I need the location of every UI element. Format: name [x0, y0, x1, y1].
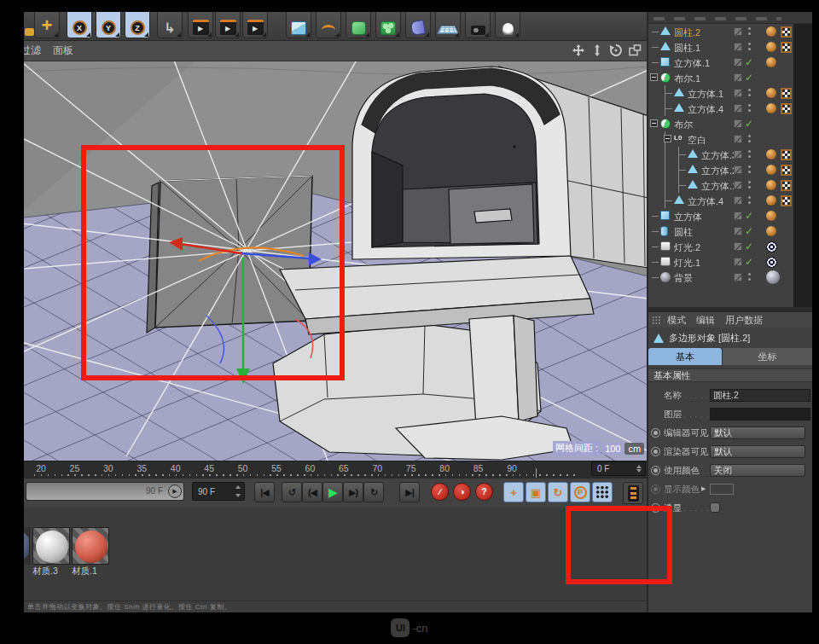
- visibility-toggle-icon[interactable]: [734, 58, 742, 67]
- visibility-toggle-icon[interactable]: [734, 135, 742, 143]
- expand-toggle-icon[interactable]: [650, 73, 658, 81]
- scale-tool-partial-icon[interactable]: [24, 12, 34, 38]
- object-name[interactable]: 灯光.1: [674, 257, 700, 270]
- viewport-menu-filter[interactable]: 过滤: [24, 44, 41, 58]
- visibility-toggle-icon[interactable]: [734, 89, 742, 97]
- tab-basic[interactable]: 基本: [648, 348, 722, 365]
- play-forward-button[interactable]: ▶: [322, 482, 343, 502]
- name-input[interactable]: 圆柱.2: [710, 389, 810, 402]
- attr-menu-userdata[interactable]: 用户数据: [725, 314, 763, 327]
- object-row[interactable]: 立方体.1: [648, 177, 812, 193]
- attr-menu-edit[interactable]: 编辑: [696, 314, 715, 327]
- zoom-view-icon[interactable]: [590, 44, 604, 57]
- visibility-dots-icon[interactable]: [748, 104, 751, 107]
- visibility-toggle-icon[interactable]: [734, 273, 742, 281]
- visibility-toggle-icon[interactable]: [734, 43, 742, 51]
- material-tag-icon[interactable]: [766, 180, 776, 190]
- uv-tag-icon[interactable]: [781, 149, 792, 160]
- visibility-dots-icon[interactable]: [748, 43, 751, 45]
- object-name[interactable]: 立方体: [674, 211, 702, 223]
- xray-checkbox[interactable]: [710, 502, 720, 513]
- camera-button[interactable]: [465, 12, 491, 38]
- pan-view-icon[interactable]: [572, 44, 585, 57]
- enabled-check-icon[interactable]: ✓: [745, 56, 753, 68]
- target-tag-icon[interactable]: [766, 241, 777, 252]
- object-name[interactable]: 立方体.4: [688, 103, 723, 116]
- visibility-dots-icon[interactable]: [748, 89, 751, 91]
- use-color-dropdown[interactable]: 关闭: [710, 464, 805, 477]
- enabled-check-icon[interactable]: ✓: [745, 118, 753, 130]
- target-tag-icon[interactable]: [766, 257, 777, 268]
- key-rotation-button[interactable]: ↻: [548, 482, 568, 502]
- object-row[interactable]: 圆柱✓: [648, 223, 812, 239]
- radio-icon[interactable]: [651, 484, 660, 494]
- render-view-button[interactable]: [188, 12, 213, 38]
- visibility-dots-icon[interactable]: [748, 150, 751, 153]
- object-row[interactable]: 灯光.1✓: [648, 254, 812, 270]
- uv-tag-icon[interactable]: [781, 103, 792, 114]
- visibility-toggle-icon[interactable]: [734, 73, 742, 82]
- visibility-toggle-icon[interactable]: [734, 242, 742, 251]
- object-name[interactable]: 立方体.1: [701, 180, 737, 193]
- material-tag-icon[interactable]: [766, 195, 776, 206]
- render-picture-viewer-button[interactable]: [215, 12, 241, 38]
- object-row[interactable]: 圆柱.2: [648, 24, 812, 39]
- end-frame-field[interactable]: 0 F: [591, 461, 646, 476]
- play-loop-button[interactable]: ↺: [282, 482, 302, 502]
- material-tag-icon[interactable]: [766, 165, 776, 175]
- object-row[interactable]: L0空白: [648, 131, 812, 147]
- shader-ball-tag-icon[interactable]: [766, 270, 780, 284]
- visibility-toggle-icon[interactable]: [734, 27, 742, 36]
- expand-arrow-icon[interactable]: ▶: [701, 485, 706, 492]
- enabled-check-icon[interactable]: ✓: [745, 225, 753, 237]
- toggle-view-icon[interactable]: [628, 44, 642, 57]
- previous-key-button[interactable]: (◀: [302, 482, 322, 502]
- enabled-check-icon[interactable]: ✓: [745, 210, 753, 222]
- object-name[interactable]: 布尔.1: [674, 73, 700, 85]
- visibility-toggle-icon[interactable]: [734, 196, 742, 205]
- material-item[interactable]: 材质.1: [72, 527, 109, 577]
- uv-tag-icon[interactable]: [781, 42, 792, 53]
- range-knob-icon[interactable]: ▶: [168, 484, 182, 498]
- move-tool-icon[interactable]: +: [34, 12, 60, 38]
- goto-first-frame-button[interactable]: |◀: [254, 482, 275, 502]
- primitive-cube-button[interactable]: [286, 12, 311, 38]
- material-tag-icon[interactable]: [766, 211, 776, 221]
- object-row[interactable]: 立方体.4: [648, 193, 812, 208]
- key-scale-button[interactable]: ▣: [526, 482, 546, 502]
- visibility-toggle-icon[interactable]: [734, 150, 742, 159]
- layer-input[interactable]: [710, 408, 810, 421]
- spline-pen-button[interactable]: [316, 12, 341, 38]
- material-tag-icon[interactable]: [766, 88, 776, 98]
- material-tag-icon[interactable]: [766, 42, 776, 52]
- visibility-toggle-icon[interactable]: [734, 258, 742, 266]
- object-name[interactable]: 立方体.2: [701, 165, 737, 177]
- minimal-timeline-button[interactable]: [623, 482, 643, 504]
- subdivision-surface-button[interactable]: [346, 12, 371, 38]
- object-name[interactable]: 布尔: [674, 119, 693, 131]
- next-key-button[interactable]: ▶): [343, 482, 363, 502]
- enabled-check-icon[interactable]: ✓: [745, 256, 753, 268]
- visibility-toggle-icon[interactable]: [734, 227, 742, 235]
- record-keyframe-button[interactable]: ∕: [431, 483, 449, 501]
- coordinate-system-button[interactable]: ↳: [157, 12, 183, 38]
- object-row[interactable]: 灯光.2✓: [648, 239, 812, 254]
- material-tag-icon[interactable]: [766, 57, 776, 67]
- frame-range-slider[interactable]: 90 F ▶: [26, 482, 184, 501]
- array-button[interactable]: [375, 12, 401, 38]
- visibility-dots-icon[interactable]: [748, 181, 751, 183]
- visibility-toggle-icon[interactable]: [734, 165, 742, 174]
- y-axis-lock-button[interactable]: Y: [96, 12, 121, 38]
- object-row[interactable]: 圆柱.1: [648, 39, 812, 55]
- autokey-button[interactable]: ◑: [453, 483, 471, 501]
- timeline-ruler[interactable]: 202530354045505560657075808590: [24, 461, 648, 478]
- light-button[interactable]: [495, 12, 520, 38]
- material-tag-icon[interactable]: [766, 149, 776, 160]
- radio-icon[interactable]: [651, 466, 660, 475]
- visibility-toggle-icon[interactable]: [734, 181, 742, 189]
- key-parameter-button[interactable]: P: [570, 482, 590, 502]
- material-tag-icon[interactable]: [766, 26, 776, 37]
- key-pla-button[interactable]: [592, 482, 613, 502]
- enabled-check-icon[interactable]: ✓: [745, 241, 753, 252]
- material-item[interactable]: 材质.3: [32, 527, 70, 577]
